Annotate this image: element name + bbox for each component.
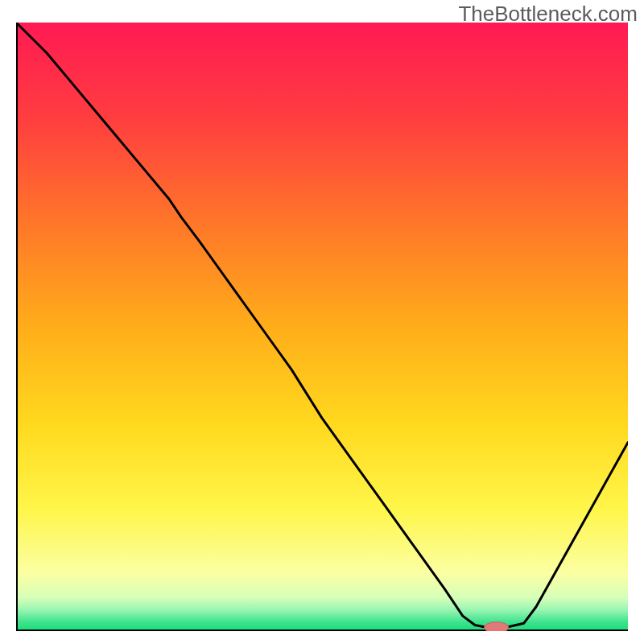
chart-plot-area <box>16 23 628 631</box>
chart-background <box>16 23 628 631</box>
optimal-point-marker <box>484 622 508 631</box>
watermark-text: TheBottleneck.com <box>458 2 638 27</box>
chart-svg <box>16 23 628 631</box>
chart-container: TheBottleneck.com <box>0 0 644 644</box>
